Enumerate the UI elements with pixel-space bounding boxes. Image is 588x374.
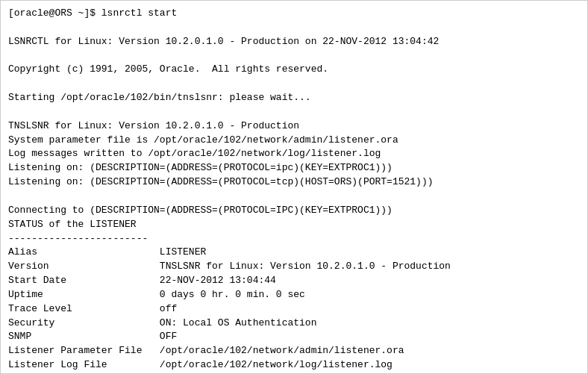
terminal-window: [oracle@ORS ~]$ lsnrctl startLSNRCTL for… bbox=[0, 0, 588, 374]
terminal-line: System parameter file is /opt/oracle/102… bbox=[8, 134, 580, 148]
terminal-line: Log messages written to /opt/oracle/102/… bbox=[8, 147, 580, 161]
terminal-line bbox=[8, 21, 580, 35]
terminal-line: LSNRCTL for Linux: Version 10.2.0.1.0 - … bbox=[8, 35, 580, 49]
terminal-line: Alias LISTENER bbox=[8, 246, 580, 260]
terminal-line bbox=[8, 105, 580, 119]
terminal-line: Connecting to (DESCRIPTION=(ADDRESS=(PRO… bbox=[8, 204, 580, 218]
terminal-line: [oracle@ORS ~]$ lsnrctl start bbox=[8, 7, 580, 21]
terminal-line: STATUS of the LISTENER bbox=[8, 218, 580, 232]
terminal-line: Listening on: (DESCRIPTION=(ADDRESS=(PRO… bbox=[8, 175, 580, 190]
terminal-line: Listener Log File /opt/oracle/102/networ… bbox=[8, 358, 580, 373]
terminal-line: Starting /opt/oracle/102/bin/tnslsnr: pl… bbox=[8, 91, 580, 105]
terminal-line: SNMP OFF bbox=[8, 330, 580, 344]
terminal-line bbox=[8, 49, 580, 63]
terminal-line: TNSLSNR for Linux: Version 10.2.0.1.0 - … bbox=[8, 119, 580, 134]
terminal-line bbox=[8, 190, 580, 204]
terminal-line: Trace Level off bbox=[8, 302, 580, 317]
terminal-line: Version TNSLSNR for Linux: Version 10.2.… bbox=[8, 260, 580, 274]
terminal-line: ------------------------ bbox=[8, 232, 580, 246]
terminal-line: Copyright (c) 1991, 2005, Oracle. All ri… bbox=[8, 63, 580, 77]
terminal-line: Uptime 0 days 0 hr. 0 min. 0 sec bbox=[8, 288, 580, 302]
terminal-line bbox=[8, 77, 580, 91]
terminal-line: Listening on: (DESCRIPTION=(ADDRESS=(PRO… bbox=[8, 161, 580, 175]
terminal-line: Listener Parameter File /opt/oracle/102/… bbox=[8, 344, 580, 358]
terminal-line: Security ON: Local OS Authentication bbox=[8, 317, 580, 331]
terminal-line: Start Date 22-NOV-2012 13:04:44 bbox=[8, 274, 580, 288]
